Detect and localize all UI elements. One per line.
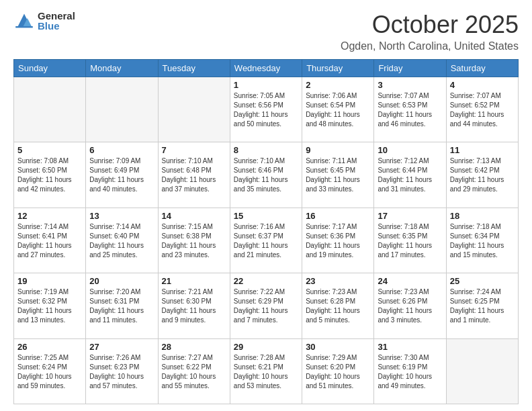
- week-row-1: 5Sunrise: 7:08 AM Sunset: 6:50 PM Daylig…: [14, 142, 519, 208]
- day-info: Sunrise: 7:18 AM Sunset: 6:35 PM Dayligh…: [378, 222, 442, 260]
- day-cell: 8Sunrise: 7:10 AM Sunset: 6:46 PM Daylig…: [230, 142, 302, 208]
- page: General Blue October 2025 Ogden, North C…: [0, 0, 532, 411]
- logo-general: General: [38, 11, 75, 21]
- day-cell: 3Sunrise: 7:07 AM Sunset: 6:53 PM Daylig…: [374, 77, 446, 142]
- day-cell: [86, 77, 158, 142]
- day-cell: 15Sunrise: 7:16 AM Sunset: 6:37 PM Dayli…: [230, 208, 302, 273]
- day-info: Sunrise: 7:17 AM Sunset: 6:36 PM Dayligh…: [306, 222, 370, 260]
- day-cell: 25Sunrise: 7:24 AM Sunset: 6:25 PM Dayli…: [446, 273, 518, 338]
- title-block: October 2025 Ogden, North Carolina, Unit…: [341, 11, 519, 52]
- week-row-2: 12Sunrise: 7:14 AM Sunset: 6:41 PM Dayli…: [14, 208, 519, 273]
- day-info: Sunrise: 7:05 AM Sunset: 6:56 PM Dayligh…: [234, 91, 298, 129]
- day-number: 30: [306, 342, 370, 352]
- day-cell: 30Sunrise: 7:29 AM Sunset: 6:20 PM Dayli…: [302, 338, 374, 404]
- day-number: 18: [450, 211, 515, 221]
- logo: General Blue: [13, 11, 75, 31]
- day-cell: 5Sunrise: 7:08 AM Sunset: 6:50 PM Daylig…: [14, 142, 86, 208]
- day-info: Sunrise: 7:19 AM Sunset: 6:32 PM Dayligh…: [17, 287, 82, 325]
- day-cell: 28Sunrise: 7:27 AM Sunset: 6:22 PM Dayli…: [158, 338, 230, 404]
- day-info: Sunrise: 7:22 AM Sunset: 6:29 PM Dayligh…: [234, 287, 298, 325]
- day-number: 24: [378, 276, 442, 286]
- day-cell: 19Sunrise: 7:19 AM Sunset: 6:32 PM Dayli…: [14, 273, 86, 338]
- day-number: 19: [17, 276, 82, 286]
- day-info: Sunrise: 7:20 AM Sunset: 6:31 PM Dayligh…: [89, 287, 154, 325]
- day-info: Sunrise: 7:24 AM Sunset: 6:25 PM Dayligh…: [450, 287, 515, 325]
- day-cell: 6Sunrise: 7:09 AM Sunset: 6:49 PM Daylig…: [86, 142, 158, 208]
- day-info: Sunrise: 7:15 AM Sunset: 6:38 PM Dayligh…: [162, 222, 226, 260]
- day-number: 26: [17, 342, 82, 352]
- day-number: 23: [306, 276, 370, 286]
- day-info: Sunrise: 7:08 AM Sunset: 6:50 PM Dayligh…: [17, 156, 82, 194]
- day-info: Sunrise: 7:21 AM Sunset: 6:30 PM Dayligh…: [162, 287, 226, 325]
- day-cell: 9Sunrise: 7:11 AM Sunset: 6:45 PM Daylig…: [302, 142, 374, 208]
- day-cell: 13Sunrise: 7:14 AM Sunset: 6:40 PM Dayli…: [86, 208, 158, 273]
- day-info: Sunrise: 7:27 AM Sunset: 6:22 PM Dayligh…: [162, 353, 226, 391]
- day-number: 8: [234, 145, 298, 155]
- day-cell: 1Sunrise: 7:05 AM Sunset: 6:56 PM Daylig…: [230, 77, 302, 142]
- header: General Blue October 2025 Ogden, North C…: [13, 11, 519, 52]
- day-info: Sunrise: 7:07 AM Sunset: 6:52 PM Dayligh…: [450, 91, 515, 129]
- day-info: Sunrise: 7:10 AM Sunset: 6:46 PM Dayligh…: [234, 156, 298, 194]
- day-cell: 16Sunrise: 7:17 AM Sunset: 6:36 PM Dayli…: [302, 208, 374, 273]
- week-row-0: 1Sunrise: 7:05 AM Sunset: 6:56 PM Daylig…: [14, 77, 519, 142]
- svg-rect-2: [15, 26, 33, 28]
- day-cell: 24Sunrise: 7:23 AM Sunset: 6:26 PM Dayli…: [374, 273, 446, 338]
- day-cell: 29Sunrise: 7:28 AM Sunset: 6:21 PM Dayli…: [230, 338, 302, 404]
- day-cell: 17Sunrise: 7:18 AM Sunset: 6:35 PM Dayli…: [374, 208, 446, 273]
- header-cell-saturday: Saturday: [446, 60, 518, 77]
- day-info: Sunrise: 7:23 AM Sunset: 6:26 PM Dayligh…: [378, 287, 442, 325]
- day-info: Sunrise: 7:10 AM Sunset: 6:48 PM Dayligh…: [162, 156, 226, 194]
- day-number: 15: [234, 211, 298, 221]
- day-info: Sunrise: 7:12 AM Sunset: 6:44 PM Dayligh…: [378, 156, 442, 194]
- day-cell: 18Sunrise: 7:18 AM Sunset: 6:34 PM Dayli…: [446, 208, 518, 273]
- day-info: Sunrise: 7:26 AM Sunset: 6:23 PM Dayligh…: [89, 353, 154, 391]
- day-cell: 22Sunrise: 7:22 AM Sunset: 6:29 PM Dayli…: [230, 273, 302, 338]
- day-cell: 21Sunrise: 7:21 AM Sunset: 6:30 PM Dayli…: [158, 273, 230, 338]
- day-number: 29: [234, 342, 298, 352]
- day-number: 1: [234, 80, 298, 90]
- day-number: 10: [378, 145, 442, 155]
- day-number: 20: [89, 276, 154, 286]
- day-number: 13: [89, 211, 154, 221]
- day-info: Sunrise: 7:13 AM Sunset: 6:42 PM Dayligh…: [450, 156, 515, 194]
- day-number: 6: [89, 145, 154, 155]
- day-info: Sunrise: 7:25 AM Sunset: 6:24 PM Dayligh…: [17, 353, 82, 391]
- day-cell: 12Sunrise: 7:14 AM Sunset: 6:41 PM Dayli…: [14, 208, 86, 273]
- calendar-body: 1Sunrise: 7:05 AM Sunset: 6:56 PM Daylig…: [14, 77, 519, 404]
- day-info: Sunrise: 7:16 AM Sunset: 6:37 PM Dayligh…: [234, 222, 298, 260]
- day-cell: [446, 338, 518, 404]
- day-number: 25: [450, 276, 515, 286]
- logo-icon: [13, 11, 35, 30]
- calendar-header: SundayMondayTuesdayWednesdayThursdayFrid…: [14, 60, 519, 77]
- calendar: SundayMondayTuesdayWednesdayThursdayFrid…: [13, 59, 519, 404]
- header-cell-wednesday: Wednesday: [230, 60, 302, 77]
- location: Ogden, North Carolina, United States: [341, 40, 519, 52]
- week-row-3: 19Sunrise: 7:19 AM Sunset: 6:32 PM Dayli…: [14, 273, 519, 338]
- day-cell: [158, 77, 230, 142]
- header-cell-monday: Monday: [86, 60, 158, 77]
- day-info: Sunrise: 7:09 AM Sunset: 6:49 PM Dayligh…: [89, 156, 154, 194]
- day-info: Sunrise: 7:14 AM Sunset: 6:40 PM Dayligh…: [89, 222, 154, 260]
- day-cell: 27Sunrise: 7:26 AM Sunset: 6:23 PM Dayli…: [86, 338, 158, 404]
- day-number: 14: [162, 211, 226, 221]
- week-row-4: 26Sunrise: 7:25 AM Sunset: 6:24 PM Dayli…: [14, 338, 519, 404]
- day-number: 28: [162, 342, 226, 352]
- day-cell: 10Sunrise: 7:12 AM Sunset: 6:44 PM Dayli…: [374, 142, 446, 208]
- header-cell-sunday: Sunday: [14, 60, 86, 77]
- day-number: 12: [17, 211, 82, 221]
- day-info: Sunrise: 7:30 AM Sunset: 6:19 PM Dayligh…: [378, 353, 442, 391]
- day-number: 7: [162, 145, 226, 155]
- day-number: 17: [378, 211, 442, 221]
- day-info: Sunrise: 7:11 AM Sunset: 6:45 PM Dayligh…: [306, 156, 370, 194]
- day-number: 22: [234, 276, 298, 286]
- day-number: 31: [378, 342, 442, 352]
- day-number: 4: [450, 80, 515, 90]
- day-cell: 14Sunrise: 7:15 AM Sunset: 6:38 PM Dayli…: [158, 208, 230, 273]
- day-cell: 11Sunrise: 7:13 AM Sunset: 6:42 PM Dayli…: [446, 142, 518, 208]
- day-info: Sunrise: 7:23 AM Sunset: 6:28 PM Dayligh…: [306, 287, 370, 325]
- day-info: Sunrise: 7:07 AM Sunset: 6:53 PM Dayligh…: [378, 91, 442, 129]
- day-info: Sunrise: 7:18 AM Sunset: 6:34 PM Dayligh…: [450, 222, 515, 260]
- day-cell: [14, 77, 86, 142]
- day-number: 16: [306, 211, 370, 221]
- day-number: 27: [89, 342, 154, 352]
